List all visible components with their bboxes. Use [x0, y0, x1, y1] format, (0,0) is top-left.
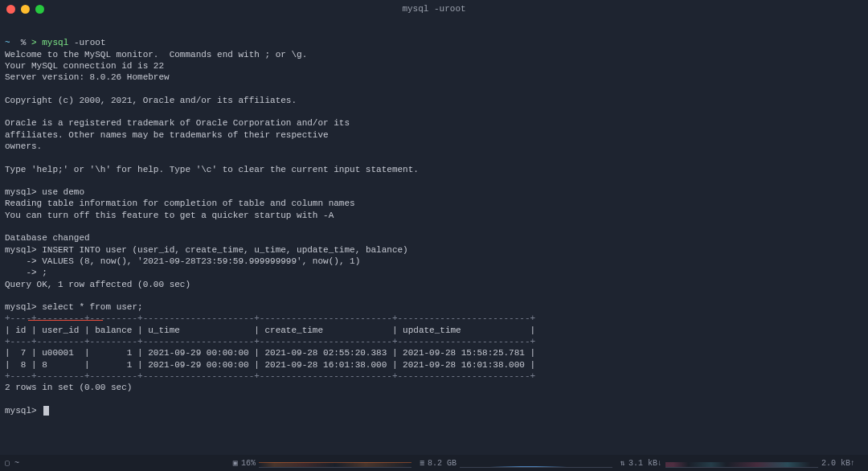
reading-info-2: You can turn off this feature to get a q… — [5, 211, 334, 220]
insert-semi: ; — [42, 268, 47, 277]
insert-values: VALUES (8, now(), '2021-09-28T23:59:59.9… — [42, 256, 360, 266]
trademark-line-3: owners. — [5, 141, 42, 151]
trademark-line-1: Oracle is a registered trademark of Orac… — [5, 118, 350, 128]
mysql-prompt: mysql> — [5, 302, 37, 312]
status-left: ▢ ~ — [5, 458, 19, 469]
help-line: Type 'help;' or '\h' for help. Type '\c'… — [5, 165, 419, 174]
minimize-icon[interactable] — [21, 5, 30, 14]
welcome-line-1: Welcome to the MySQL monitor. Commands e… — [5, 50, 307, 59]
table-row: | 8 | 8 | 1 | 2021-09-29 00:00:00 | 2021… — [5, 360, 535, 370]
status-cpu: ▣ 16% — [233, 458, 411, 469]
mysql-prompt: mysql> — [5, 245, 37, 255]
network-sparkline — [665, 458, 818, 468]
table-separator: +----+---------+---------+--------------… — [5, 371, 535, 381]
welcome-line-3: Server version: 8.0.26 Homebrew — [5, 72, 170, 82]
db-changed: Database changed — [5, 233, 90, 243]
reading-info-1: Reading table information for completion… — [5, 199, 355, 208]
mysql-prompt: mysql> — [5, 406, 42, 416]
status-bar: ▢ ~ ▣ 16% ≣ 8.2 GB ⇅ 3.1 kB↓ 2.0 kB↑ — [0, 455, 868, 471]
status-memory: ≣ 8.2 GB — [420, 458, 612, 469]
terminal-output[interactable]: ~ % > mysql -uroot Welcome to the MySQL … — [0, 18, 868, 416]
highlight-underline — [28, 320, 103, 321]
table-separator: +----+---------+---------+--------------… — [5, 337, 535, 346]
titlebar: mysql -uroot — [0, 0, 868, 18]
window-title: mysql -uroot — [402, 3, 465, 14]
network-up: 2.0 kB↑ — [821, 458, 855, 469]
maximize-icon[interactable] — [35, 5, 44, 14]
network-icon: ⇅ — [620, 458, 625, 469]
insert-command: INSERT INTO user (user_id, create_time, … — [37, 245, 408, 255]
rows-summary: 2 rows in set (0.00 sec) — [5, 383, 132, 392]
cpu-sparkline — [259, 458, 411, 468]
memory-icon: ≣ — [420, 458, 424, 469]
trademark-line-2: affiliates. Other names may be trademark… — [5, 130, 329, 140]
use-command: use demo — [37, 187, 84, 197]
query-ok: Query OK, 1 row affected (0.00 sec) — [5, 280, 190, 289]
select-command: select * from user; — [37, 302, 143, 312]
command-arg: -uroot — [74, 38, 106, 47]
memory-value: 8.2 GB — [428, 458, 457, 469]
table-row: | 7 | u00001 | 1 | 2021-09-29 00:00:00 |… — [5, 348, 535, 358]
folder-icon: ▢ ~ — [5, 458, 19, 469]
continuation-arrow: -> — [5, 256, 42, 266]
prompt-pct: % — [21, 38, 27, 47]
memory-sparkline — [460, 458, 612, 468]
prompt-gt: > — [31, 38, 37, 47]
cpu-value: 16% — [241, 458, 256, 469]
table-separator: +----+---------+---------+--------------… — [5, 313, 535, 323]
close-icon[interactable] — [6, 5, 15, 14]
continuation-arrow: -> — [5, 268, 42, 277]
traffic-lights — [6, 5, 44, 14]
command-mysql: mysql — [42, 38, 68, 47]
welcome-line-2: Your MySQL connection id is 22 — [5, 61, 164, 71]
mysql-prompt: mysql> — [5, 187, 37, 197]
cpu-icon: ▣ — [233, 458, 238, 469]
network-down: 3.1 kB↓ — [628, 458, 662, 469]
cursor-icon — [43, 406, 49, 416]
prompt-tilde: ~ — [5, 38, 10, 47]
copyright-line: Copyright (c) 2000, 2021, Oracle and/or … — [5, 96, 297, 105]
status-network: ⇅ 3.1 kB↓ 2.0 kB↑ — [620, 458, 855, 469]
table-header: | id | user_id | balance | u_time | crea… — [5, 326, 535, 335]
